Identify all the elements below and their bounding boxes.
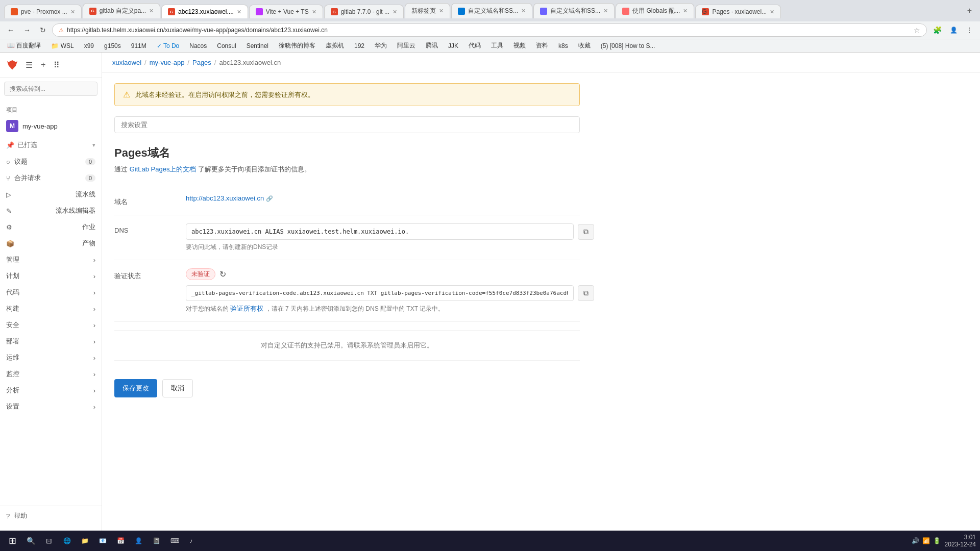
- sidebar-group-monitor[interactable]: 监控 ›: [0, 366, 102, 382]
- sidebar-search-input[interactable]: [4, 82, 97, 96]
- sidebar-item-mergerequests[interactable]: ⑂ 合并请求 0: [0, 170, 102, 186]
- bookmark-tools[interactable]: 工具: [488, 40, 506, 51]
- taskbar-app-calendar[interactable]: 📅: [113, 535, 129, 545]
- tab-gitlab2-close[interactable]: ✕: [393, 9, 397, 15]
- sidebar-item-issues[interactable]: ○ 议题 0: [0, 154, 102, 170]
- sidebar-help[interactable]: ? 帮助: [0, 506, 102, 525]
- bookmark-911m[interactable]: 911M: [128, 41, 150, 51]
- tab-using[interactable]: 使用 Globals 配... ✕: [616, 3, 694, 18]
- breadcrumb-xuxiaowei[interactable]: xuxiaowei: [112, 59, 141, 66]
- verify-refresh-button[interactable]: ↻: [219, 269, 226, 279]
- tab-pve-close[interactable]: ✕: [70, 9, 75, 15]
- sidebar-group-plan[interactable]: 计划 ›: [0, 268, 102, 284]
- desc-link[interactable]: GitLab Pages上的文档: [130, 165, 197, 173]
- taskbar-app-edge[interactable]: 🌐: [59, 535, 75, 545]
- bookmark-wsl[interactable]: 📁 WSL: [48, 41, 77, 51]
- tab-using-close[interactable]: ✕: [683, 8, 688, 14]
- tab-abc123-close[interactable]: ✕: [237, 9, 241, 15]
- tab-pve[interactable]: pve - Proxmox ... ✕: [4, 5, 82, 18]
- breadcrumb-my-vue-app[interactable]: my-vue-app: [150, 59, 185, 66]
- bookmark-aliyun[interactable]: 阿里云: [394, 40, 419, 51]
- cancel-button[interactable]: 取消: [162, 379, 193, 397]
- dns-input[interactable]: [186, 223, 574, 240]
- new-tab-button[interactable]: +: [963, 4, 976, 17]
- bookmark-jjk[interactable]: JJK: [445, 41, 461, 51]
- profile-button[interactable]: 👤: [947, 24, 961, 36]
- refresh-button[interactable]: ↻: [37, 24, 49, 36]
- bookmark-huawei[interactable]: 华为: [372, 40, 390, 51]
- domain-link[interactable]: http://abc123.xuxiaowei.cn: [186, 194, 264, 202]
- tab-custom1[interactable]: 自定义域名和SS... ✕: [451, 3, 532, 18]
- taskbar-app-onenote[interactable]: 📓: [149, 535, 164, 545]
- sidebar-group-code[interactable]: 代码 ›: [0, 284, 102, 300]
- search-icon-button[interactable]: ⠿: [51, 57, 63, 73]
- new-item-button[interactable]: +: [38, 57, 48, 72]
- address-bar[interactable]: ⚠ https://gitlab.test.helm.xuxiaowei.cn/…: [52, 23, 927, 37]
- forward-button[interactable]: →: [20, 24, 34, 36]
- tab-custom1-close[interactable]: ✕: [521, 8, 526, 14]
- sidebar-group-build[interactable]: 构建 ›: [0, 300, 102, 317]
- bookmark-consul[interactable]: Consul: [214, 41, 239, 51]
- tab-newtab-close[interactable]: ✕: [439, 8, 444, 14]
- tab-abc123[interactable]: G abc123.xuxiaowei.... ✕: [161, 5, 248, 18]
- tab-pages-close[interactable]: ✕: [770, 9, 774, 15]
- bookmark-materials[interactable]: 资料: [533, 40, 551, 51]
- bookmark-vm[interactable]: 虚拟机: [323, 40, 347, 51]
- sidebar-group-settings[interactable]: 设置 ›: [0, 398, 102, 415]
- tab-gitlab1[interactable]: G gitlab 自定义pa... ✕: [83, 3, 160, 18]
- tab-gitlab1-close[interactable]: ✕: [149, 8, 154, 14]
- bookmark-blog[interactable]: 徐晓伟的博客: [276, 40, 318, 51]
- taskbar-app-mail[interactable]: 📧: [95, 535, 111, 545]
- bookmark-baidufanyi[interactable]: 📖 百度翻译: [4, 40, 44, 51]
- tray-icon-2[interactable]: 📶: [922, 537, 930, 544]
- tab-pages[interactable]: G Pages · xuxiaowei... ✕: [695, 5, 781, 18]
- sidebar-item-jobs[interactable]: ⚙ 作业: [0, 219, 102, 235]
- sidebar-group-analyze[interactable]: 分析 ›: [0, 382, 102, 398]
- tray-icon-3[interactable]: 🔋: [933, 537, 941, 544]
- breadcrumb-pages[interactable]: Pages: [192, 59, 211, 66]
- menu-button[interactable]: ⋮: [963, 24, 976, 36]
- taskview-button[interactable]: ⊡: [41, 533, 57, 545]
- bookmark-tencent[interactable]: 腾讯: [423, 40, 441, 51]
- sidebar-project[interactable]: M my-vue-app: [0, 116, 102, 136]
- verify-copy-button[interactable]: ⧉: [578, 285, 594, 301]
- taskbar-clock[interactable]: 3:01 2023-12-24: [945, 534, 976, 545]
- bookmark-video2[interactable]: (5) [008] How to S...: [598, 41, 658, 51]
- taskbar-app-winterm[interactable]: ⌨: [166, 535, 183, 545]
- tray-icon-1[interactable]: 🔊: [912, 537, 919, 544]
- sidebar-item-artifacts[interactable]: 📦 产物: [0, 235, 102, 252]
- taskbar-app-media[interactable]: ♪: [185, 535, 197, 545]
- tab-vite-close[interactable]: ✕: [312, 9, 316, 15]
- bookmark-192[interactable]: 192: [351, 41, 368, 51]
- bookmark-code[interactable]: 代码: [465, 40, 484, 51]
- settings-search-input[interactable]: [114, 116, 580, 133]
- tab-custom2[interactable]: 自定义域名和SS... ✕: [533, 3, 615, 18]
- sidebar-item-pipelines[interactable]: ▷ 流水线: [0, 186, 102, 203]
- gitlab-logo[interactable]: [4, 57, 20, 73]
- verify-ownership-link[interactable]: 验证所有权: [230, 305, 263, 312]
- back-button[interactable]: ←: [4, 24, 17, 36]
- bookmark-video[interactable]: 视频: [510, 40, 529, 51]
- sidebar-item-pipeline-editor[interactable]: ✎ 流水线编辑器: [0, 203, 102, 219]
- dns-copy-button[interactable]: ⧉: [578, 224, 594, 240]
- tab-newtab[interactable]: 新标签页 ✕: [405, 3, 450, 18]
- tab-gitlab2[interactable]: G gitlab 7.7.0 - git ... ✕: [324, 5, 404, 18]
- tab-vite[interactable]: Vite + Vue + TS ✕: [249, 5, 323, 18]
- sidebar-group-deploy[interactable]: 部署 ›: [0, 333, 102, 349]
- bookmark-g150s[interactable]: g150s: [101, 41, 124, 51]
- taskbar-app-explorer[interactable]: 📁: [77, 535, 93, 545]
- start-button[interactable]: ⊞: [4, 533, 20, 545]
- sidebar-group-security[interactable]: 安全 ›: [0, 317, 102, 333]
- taskbar-app-outlook[interactable]: 👤: [131, 535, 146, 545]
- bookmark-star-icon[interactable]: ☆: [914, 26, 920, 34]
- sidebar-group-ops[interactable]: 运维 ›: [0, 349, 102, 366]
- search-taskbar-button[interactable]: 🔍: [22, 533, 39, 545]
- bookmark-nacos[interactable]: Nacos: [186, 41, 210, 51]
- bookmark-sentinel[interactable]: Sentinel: [243, 41, 272, 51]
- verify-code-input[interactable]: [186, 285, 574, 301]
- extensions-button[interactable]: 🧩: [930, 24, 945, 36]
- sidebar-pinned[interactable]: 📌 已打选 ▾: [0, 136, 102, 154]
- sidebar-group-manage[interactable]: 管理 ›: [0, 252, 102, 268]
- sidebar-toggle-button[interactable]: ☰: [22, 57, 36, 73]
- save-button[interactable]: 保存更改: [114, 379, 157, 397]
